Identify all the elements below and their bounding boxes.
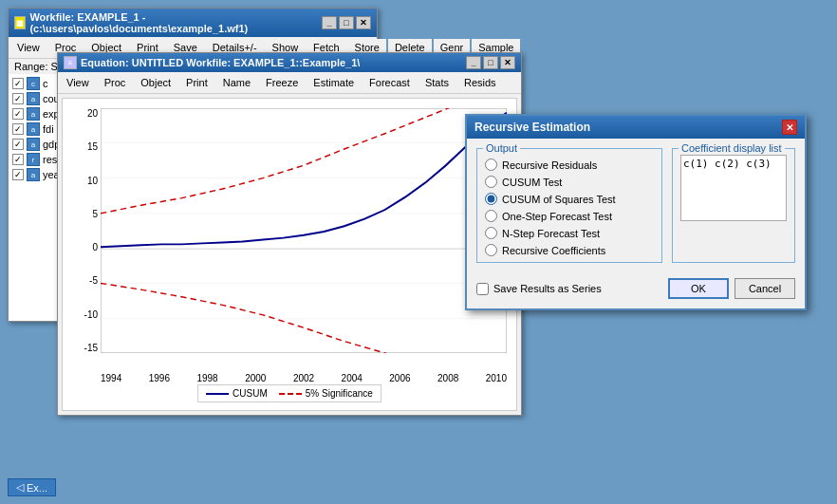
- radio-recursive-residuals[interactable]: Recursive Residuals: [485, 159, 654, 171]
- eq-close-btn[interactable]: ✕: [500, 56, 515, 69]
- y-label-n5: -5: [89, 275, 98, 286]
- equation-titlebar: ≡ Equation: UNTITLED Workfile: EXAMPLE_1…: [58, 53, 521, 72]
- radio-one-step-label: One-Step Forecast Test: [502, 211, 612, 222]
- dialog-titlebar: Recursive Estimation ✕: [467, 116, 805, 139]
- icon-fdi: a: [27, 122, 40, 136]
- eq-menu-estimate[interactable]: Estimate: [307, 74, 361, 91]
- radio-cusum-squares-test[interactable]: CUSUM of Squares Test: [485, 193, 654, 205]
- dialog-body: Output Recursive Residuals CUSUM Test CU…: [467, 139, 805, 272]
- eq-menu-view[interactable]: View: [60, 74, 96, 91]
- check-fdi[interactable]: ✓: [12, 123, 24, 135]
- coeff-group-label: Coefficient display list: [679, 142, 785, 154]
- eq-menu-object[interactable]: Object: [134, 74, 177, 91]
- workfile-menu-view[interactable]: View: [10, 39, 46, 56]
- radio-recursive-residuals-input[interactable]: [485, 159, 497, 171]
- label-c: c: [43, 78, 48, 89]
- eq-controls[interactable]: _ □ ✕: [466, 56, 515, 69]
- radio-n-step-forecast[interactable]: N-Step Forecast Test: [485, 227, 654, 239]
- radio-recursive-coeff-input[interactable]: [485, 244, 497, 256]
- x-label-2006: 2006: [389, 373, 410, 383]
- legend-cusum: CUSUM: [206, 388, 268, 399]
- legend-cusum-line: [206, 393, 229, 395]
- check-expo[interactable]: ✓: [12, 108, 24, 120]
- icon-c: c: [27, 77, 40, 90]
- x-label-1996: 1996: [149, 373, 170, 383]
- workfile-controls[interactable]: _ □ ✕: [322, 16, 371, 29]
- save-results-label: Save Results as Series: [493, 283, 602, 294]
- y-axis-labels: 20 15 10 5 0 -5 -10 -15: [65, 108, 98, 353]
- svg-rect-9: [101, 108, 507, 353]
- dialog-close-btn[interactable]: ✕: [782, 120, 797, 135]
- taskbar-btn-eq[interactable]: ◁ Ex...: [8, 478, 56, 496]
- icon-gdp: a: [27, 138, 40, 151]
- y-label-n10: -10: [84, 309, 98, 320]
- output-group-label: Output: [483, 142, 520, 154]
- eq-menu-forecast[interactable]: Forecast: [363, 74, 417, 91]
- y-label-5: 5: [92, 209, 98, 219]
- y-label-10: 10: [87, 176, 98, 186]
- dialog-footer: Save Results as Series OK Cancel: [467, 272, 805, 308]
- chart-container: 20 15 10 5 0 -5 -10 -15: [62, 98, 517, 411]
- radio-cusum-squares-input[interactable]: [485, 193, 497, 205]
- workfile-titlebar: ▦ Workfile: EXAMPLE_1 - (c:\users\pavlos…: [9, 9, 377, 37]
- radio-one-step-input[interactable]: [485, 210, 497, 222]
- eq-menu-stats[interactable]: Stats: [418, 74, 456, 91]
- x-label-1998: 1998: [196, 373, 217, 383]
- ok-button[interactable]: OK: [668, 278, 729, 299]
- workfile-range-label: Range:: [14, 61, 47, 72]
- workfile-icon: ▦: [14, 16, 26, 29]
- y-label-n15: -15: [84, 343, 98, 353]
- check-coun[interactable]: ✓: [12, 93, 24, 104]
- eq-menu-name[interactable]: Name: [216, 74, 257, 91]
- eq-menu-resids[interactable]: Resids: [457, 74, 503, 91]
- check-resid[interactable]: ✓: [12, 154, 24, 165]
- radio-recursive-coefficients[interactable]: Recursive Coefficients: [485, 244, 654, 256]
- save-results-checkbox[interactable]: [476, 283, 489, 295]
- equation-icon: ≡: [64, 56, 77, 69]
- output-group: Output Recursive Residuals CUSUM Test CU…: [476, 148, 662, 263]
- radio-cusum-test-input[interactable]: [485, 176, 497, 188]
- x-label-2010: 2010: [486, 373, 507, 383]
- coeff-group: Coefficient display list c(1) c(2) c(3): [672, 148, 795, 263]
- taskbar-btn-eq-label: Ex...: [27, 482, 47, 494]
- legend-cusum-label: CUSUM: [232, 388, 268, 399]
- label-fdi: fdi: [43, 123, 54, 135]
- equation-menubar: View Proc Object Print Name Freeze Estim…: [58, 72, 521, 94]
- check-year[interactable]: ✓: [12, 169, 24, 180]
- dialog-title: Recursive Estimation: [474, 121, 590, 134]
- eq-menu-freeze[interactable]: Freeze: [259, 74, 305, 91]
- taskbar-btn-eq-icon: ◁: [16, 481, 24, 494]
- radio-cusum-squares-label: CUSUM of Squares Test: [502, 194, 616, 205]
- chart-svg: [101, 108, 507, 353]
- recursive-estimation-dialog: Recursive Estimation ✕ Output Recursive …: [465, 114, 807, 310]
- x-label-1994: 1994: [101, 373, 121, 383]
- workfile-maximize-btn[interactable]: □: [339, 16, 354, 29]
- cancel-button[interactable]: Cancel: [735, 278, 795, 299]
- legend-sig-line: [279, 393, 302, 395]
- eq-minimize-btn[interactable]: _: [466, 56, 481, 69]
- radio-cusum-test[interactable]: CUSUM Test: [485, 176, 654, 188]
- taskbar: ◁ Ex...: [8, 478, 56, 496]
- workfile-close-btn[interactable]: ✕: [356, 16, 371, 29]
- radio-n-step-label: N-Step Forecast Test: [502, 228, 600, 239]
- x-label-2008: 2008: [437, 373, 458, 383]
- radio-group: Recursive Residuals CUSUM Test CUSUM of …: [485, 159, 654, 256]
- equation-title: Equation: UNTITLED Workfile: EXAMPLE_1::…: [81, 57, 360, 68]
- check-c[interactable]: ✓: [12, 78, 24, 89]
- coeff-display-textarea[interactable]: c(1) c(2) c(3): [680, 155, 787, 221]
- workfile-minimize-btn[interactable]: _: [322, 16, 337, 29]
- icon-coun: a: [27, 92, 40, 105]
- legend-sig-label: 5% Significance: [306, 388, 373, 399]
- titlebar-left: ▦ Workfile: EXAMPLE_1 - (c:\users\pavlos…: [14, 11, 322, 34]
- eq-menu-proc[interactable]: Proc: [98, 74, 133, 91]
- radio-n-step-input[interactable]: [485, 227, 497, 239]
- x-axis-labels: 1994 1996 1998 2000 2002 2004 2006 2008 …: [101, 373, 507, 383]
- chart-legend: CUSUM 5% Significance: [197, 384, 381, 402]
- check-gdp[interactable]: ✓: [12, 139, 24, 150]
- save-results-row[interactable]: Save Results as Series: [476, 283, 602, 295]
- icon-year: a: [27, 168, 40, 181]
- eq-menu-print[interactable]: Print: [179, 74, 214, 91]
- dialog-buttons: OK Cancel: [668, 278, 795, 299]
- eq-maximize-btn[interactable]: □: [483, 56, 498, 69]
- radio-one-step-forecast[interactable]: One-Step Forecast Test: [485, 210, 654, 222]
